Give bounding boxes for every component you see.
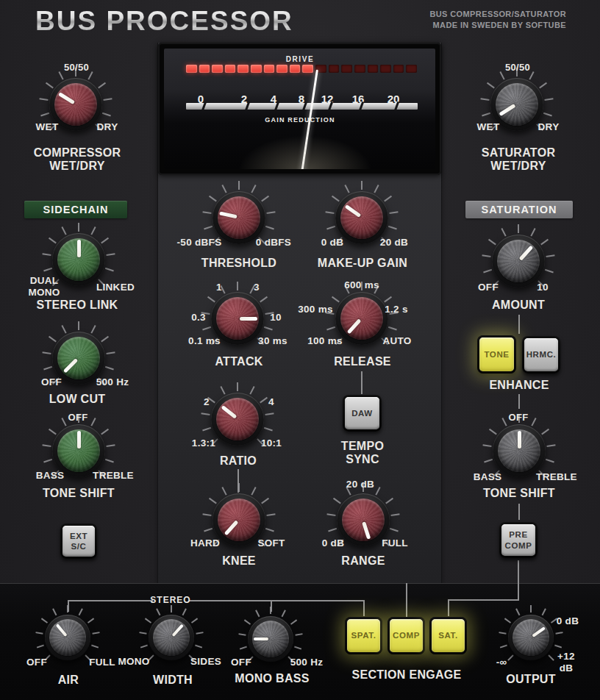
- drive-led: [290, 65, 301, 73]
- drive-led: [380, 65, 391, 73]
- stereo-bracket-label: STEREO: [150, 596, 190, 606]
- knob-tick: [499, 71, 504, 80]
- knob-tick: [67, 605, 68, 612]
- knob-tick: [61, 325, 66, 334]
- low-cut-title: LOW CUT: [49, 393, 106, 406]
- stereo-bracket-line: [189, 600, 365, 601]
- knob-tick: [487, 82, 495, 89]
- ratio-scale-4: 4: [268, 396, 274, 408]
- amount-min-label: OFF: [478, 282, 499, 293]
- drive-led-strip: [186, 65, 417, 73]
- comp-wetdry-max-label: DRY: [97, 121, 118, 133]
- air-title: AIR: [58, 674, 79, 687]
- sat-wetdry-max-label: DRY: [538, 121, 560, 133]
- knob-tick: [544, 98, 553, 101]
- knob-tick: [42, 351, 51, 354]
- output-min-label: -∞: [496, 657, 507, 668]
- ratio-min-label: 1.3:1: [192, 438, 215, 449]
- knob-tick: [539, 82, 547, 89]
- knob-tick: [361, 181, 362, 190]
- knob-indicator: [254, 638, 268, 640]
- knee-max-label: SOFT: [257, 538, 285, 549]
- drive-led: [264, 65, 275, 73]
- knob-tick: [530, 228, 535, 237]
- drive-label: DRIVE: [286, 55, 315, 63]
- drive-led: [238, 65, 249, 73]
- engage-saturator-button[interactable]: SAT.: [429, 617, 467, 654]
- bus-processor-panel: BUS PROCESSOR BUS COMPRESSOR/SATURATOR M…: [0, 0, 600, 700]
- width-max-label: SIDES: [190, 656, 221, 668]
- sat-wetdry-title: SATURATOR WET/DRY: [482, 146, 555, 174]
- drive-led: [368, 65, 379, 73]
- threshold-max-label: 0 dBFS: [256, 237, 291, 249]
- enhance-tone-button[interactable]: TONE: [477, 335, 516, 374]
- knob-tick: [237, 282, 238, 290]
- threshold-title: THRESHOLD: [201, 257, 276, 270]
- drive-led: [302, 65, 313, 73]
- tone-shift-sc-title: TONE SHIFT: [43, 487, 115, 500]
- output-top-label: 0 dB: [557, 615, 579, 627]
- attack-scale-03: 0.3: [191, 312, 206, 324]
- knob-tick: [541, 429, 549, 435]
- drive-led: [186, 65, 197, 73]
- knob-tick: [101, 238, 109, 244]
- stereo-link-max-label: LINKED: [96, 282, 135, 293]
- saturation-banner: SATURATION: [465, 201, 573, 218]
- stereo-bracket-line: [68, 600, 153, 601]
- sidechain-banner: SIDECHAIN: [24, 201, 127, 218]
- drive-led: [276, 65, 288, 73]
- knob-tick: [61, 418, 66, 426]
- knob-tick: [489, 429, 497, 435]
- knob-tick: [98, 82, 106, 89]
- knob-indicator: [240, 317, 257, 321]
- knob-tick: [238, 181, 240, 190]
- knob-tick: [531, 418, 536, 426]
- enhance-title: ENHANCE: [489, 379, 549, 392]
- plugin-title: BUS PROCESSOR: [35, 6, 293, 36]
- knob-tick: [58, 71, 63, 80]
- comp-wetdry-min-label: WET: [36, 121, 59, 133]
- knob-tick: [270, 607, 271, 614]
- knob-tick: [101, 429, 109, 435]
- knob-tick: [488, 239, 496, 246]
- vu-meter: DRIVE 0 2 4 8 12 16 20 GAIN REDUCTION: [158, 43, 441, 175]
- drive-led: [212, 65, 223, 73]
- plugin-subtitle-line1: BUS COMPRESSOR/SATURATOR: [429, 10, 566, 18]
- range-top-label: 20 dB: [346, 479, 374, 490]
- tone-shift-sc-top-label: OFF: [68, 413, 88, 424]
- width-min-label: MONO: [118, 656, 149, 668]
- knob-indicator: [77, 240, 81, 257]
- pre-comp-button[interactable]: PRE COMP: [499, 522, 538, 558]
- comp-wetdry-top-label: 50/50: [64, 63, 89, 74]
- engage-spatial-button[interactable]: SPAT.: [345, 617, 382, 654]
- amount-max-label: 10: [537, 282, 549, 293]
- release-min-label: 100 ms: [307, 335, 343, 347]
- ratio-scale-2: 2: [204, 396, 210, 408]
- knob-tick: [483, 269, 492, 274]
- drive-led: [393, 65, 404, 73]
- knob-tick: [106, 253, 115, 256]
- knee-title: KNEE: [222, 554, 256, 568]
- knob-tick: [40, 113, 49, 117]
- gain-reduction-label: GAIN REDUCTION: [265, 116, 335, 124]
- ext-sidechain-button[interactable]: EXT S/C: [60, 524, 97, 559]
- release-title: RELEASE: [334, 355, 391, 368]
- release-max-label: AUTO: [382, 335, 411, 347]
- engage-compressor-button[interactable]: COMP: [388, 617, 425, 654]
- knob-tick: [106, 351, 115, 354]
- knob-tick: [530, 605, 532, 612]
- tempo-sync-daw-button[interactable]: DAW: [343, 395, 382, 432]
- release-scale-12s: 1.2 s: [385, 304, 408, 315]
- knob-tick: [482, 444, 491, 447]
- range-title: RANGE: [341, 554, 385, 568]
- tone-shift-sat-title: TONE SHIFT: [483, 487, 555, 500]
- enhance-harmonics-button[interactable]: HRMC.: [522, 336, 560, 374]
- low-cut-min-label: OFF: [41, 376, 62, 388]
- knob-tick: [501, 418, 507, 426]
- attack-scale-3: 3: [254, 282, 260, 293]
- knob-tick: [39, 98, 48, 101]
- width-title: WIDTH: [153, 674, 193, 687]
- mono-bass-min-label: OFF: [231, 657, 251, 668]
- mono-bass-title: MONO BASS: [235, 672, 309, 685]
- release-tempo-sync-line: [361, 371, 362, 394]
